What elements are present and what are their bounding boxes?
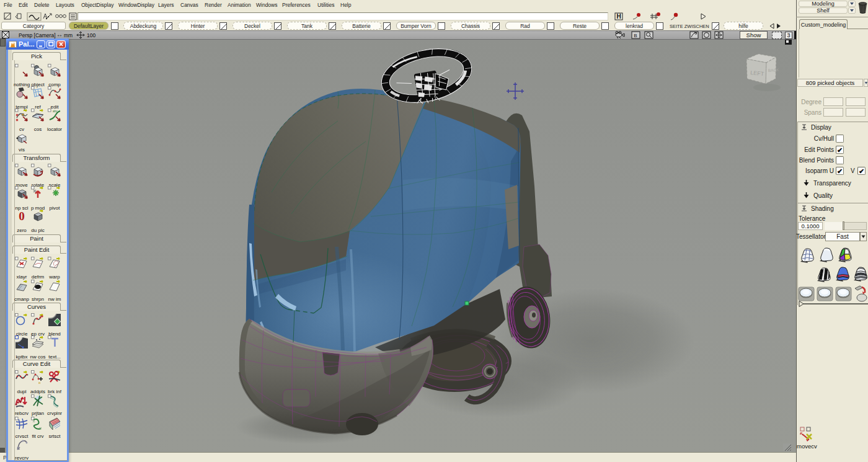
svg-text:H: H	[616, 13, 621, 20]
svg-text:0: 0	[19, 210, 25, 223]
svg-text:B: B	[634, 33, 637, 38]
svg-text:BACK: BACK	[768, 68, 780, 73]
